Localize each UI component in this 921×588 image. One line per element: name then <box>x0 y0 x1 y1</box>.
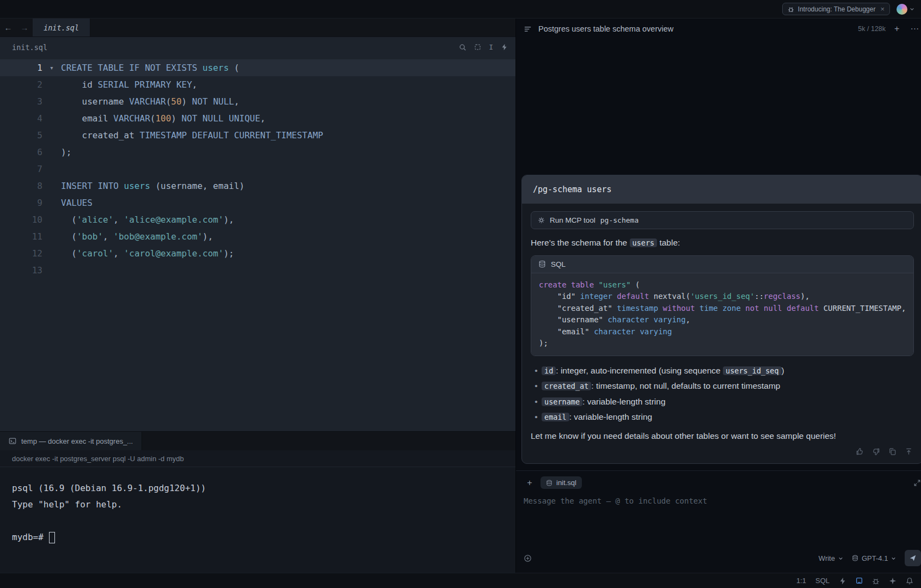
language-indicator[interactable]: SQL <box>815 577 830 585</box>
bullet-item: •created_at: timestamp, not null, defaul… <box>531 378 914 394</box>
file-icon <box>546 480 552 486</box>
nav-forward-button[interactable]: → <box>16 19 33 36</box>
terminal-cursor <box>49 532 55 543</box>
tool-call-name: pg-schema <box>600 216 638 224</box>
assistant-intro: Here’s the schema for the users table: <box>531 236 914 249</box>
bullet-item: •id: integer, auto-incremented (using se… <box>531 363 914 379</box>
tab-label: init.sql <box>44 23 79 32</box>
code-line[interactable]: 5 created_at TIMESTAMP DEFAULT CURRENT_T… <box>0 127 515 144</box>
model-icon <box>852 555 858 561</box>
agent-panel: Postgres users table schema overview 5k … <box>516 19 921 573</box>
code-line[interactable]: 9VALUES <box>0 194 515 211</box>
code-line[interactable]: 11 ('bob', 'bob@example.com'), <box>0 228 515 245</box>
terminal-output[interactable]: psql (16.9 (Debian 16.9-1.pgdg120+1))Typ… <box>0 467 515 573</box>
send-icon <box>909 554 917 562</box>
context-chip-label: init.sql <box>556 479 576 487</box>
cursor-position[interactable]: 1:1 <box>796 577 806 585</box>
code-line[interactable]: 2 id SERIAL PRIMARY KEY, <box>0 76 515 93</box>
inline-assist-icon[interactable] <box>501 44 508 51</box>
editor: init.sql I 1▾CR <box>0 37 515 431</box>
thread-title[interactable]: Postgres users table schema overview <box>538 24 851 33</box>
mode-selector[interactable]: Write <box>819 554 843 562</box>
nav-back-button[interactable]: ← <box>0 19 16 36</box>
editor-pane: ← → init.sql init.sql I <box>0 19 516 573</box>
code-line[interactable]: 7 <box>0 161 515 177</box>
code-line[interactable]: 4 email VARCHAR(100) NOT NULL UNIQUE, <box>0 110 515 127</box>
expand-composer-icon[interactable] <box>913 479 921 487</box>
terminal-prompt-line: mydb=# <box>12 529 504 546</box>
sql-code-lines[interactable]: create table "users" ( "id" integer defa… <box>531 273 913 356</box>
terminal-line: Type "help" for help. <box>12 497 504 513</box>
add-context-button[interactable]: + <box>524 477 536 489</box>
notification-bell-icon[interactable] <box>906 577 913 585</box>
agent-settings-icon[interactable] <box>524 554 532 562</box>
more-options-button[interactable]: ··· <box>908 23 921 34</box>
message-card: /pg-schema users Run MCP tool pg-schema … <box>521 175 921 464</box>
context-chip[interactable]: init.sql <box>541 476 582 489</box>
terminal-output-lines: psql (16.9 (Debian 16.9-1.pgdg120+1))Typ… <box>12 480 504 513</box>
thread-menu-icon[interactable] <box>524 25 532 33</box>
user-message[interactable]: /pg-schema users <box>522 175 921 204</box>
code-line[interactable]: 12 ('carol', 'carol@example.com'); <box>0 245 515 262</box>
status-bar: 1:1 SQL <box>0 573 921 588</box>
copy-icon[interactable] <box>888 448 897 456</box>
code-line[interactable]: 1▾CREATE TABLE IF NOT EXISTS users ( <box>0 59 515 76</box>
sql-code-block-header[interactable]: SQL <box>531 256 913 273</box>
schema-bullet-list: •id: integer, auto-incremented (using se… <box>531 363 914 425</box>
tool-call[interactable]: Run MCP tool pg-schema <box>531 211 914 229</box>
terminal-command-bar: docker exec -it postgres_server psql -U … <box>0 450 515 467</box>
avatar <box>897 4 907 15</box>
bug-icon <box>788 6 794 13</box>
workspace: ← → init.sql init.sql I <box>0 19 921 573</box>
user-menu[interactable] <box>897 4 914 15</box>
token-count: 5k / 128k <box>858 25 886 33</box>
message-input[interactable]: Message the agent — @ to include context <box>524 497 921 550</box>
assistant-icon[interactable] <box>889 577 897 585</box>
code-lines: 1▾CREATE TABLE IF NOT EXISTS users (2 id… <box>0 59 515 279</box>
selection-icon[interactable] <box>474 44 481 51</box>
terminal-tab-label: temp — docker exec -it postgres_... <box>21 437 133 445</box>
terminal-tab-bar: temp — docker exec -it postgres_... <box>0 432 515 450</box>
thread-view[interactable]: /pg-schema users Run MCP tool pg-schema … <box>516 39 921 470</box>
message-feedback <box>531 444 914 458</box>
sql-line: "id" integer default nextval('users_id_s… <box>539 291 906 303</box>
debugger-notification[interactable]: Introducing: The Debugger × <box>782 3 890 15</box>
zed-window: Introducing: The Debugger × ← → init.sql… <box>0 0 921 588</box>
terminal-icon <box>9 437 16 445</box>
scroll-top-icon[interactable] <box>905 448 913 456</box>
code-line[interactable]: 8INSERT INTO users (username, email) <box>0 177 515 194</box>
assistant-outro: Let me know if you need details about ot… <box>531 430 914 442</box>
mode-label: Write <box>819 554 835 562</box>
terminal-tab[interactable]: temp — docker exec -it postgres_... <box>0 432 142 450</box>
close-icon[interactable]: × <box>880 5 885 13</box>
debugger-icon[interactable] <box>872 577 880 585</box>
code-editor[interactable]: 1▾CREATE TABLE IF NOT EXISTS users (2 id… <box>0 57 515 431</box>
edit-prediction-icon[interactable] <box>839 577 846 585</box>
code-line[interactable]: 6); <box>0 144 515 161</box>
code-line[interactable]: 3 username VARCHAR(50) NOT NULL, <box>0 93 515 110</box>
sql-code-block-label: SQL <box>551 260 566 268</box>
message-composer[interactable]: + init.sql Message the agent — @ to incl… <box>516 470 921 573</box>
agent-panel-header: Postgres users table schema overview 5k … <box>516 19 921 39</box>
breadcrumb[interactable]: init.sql <box>12 43 47 52</box>
tool-call-label: Run MCP tool <box>550 216 595 224</box>
user-command: /pg-schema users <box>533 185 612 194</box>
assistant-message: Run MCP tool pg-schema Here’s the schema… <box>522 204 921 464</box>
tab-init-sql[interactable]: init.sql <box>33 19 90 36</box>
new-thread-button[interactable]: + <box>892 23 901 34</box>
cursor-icon[interactable]: I <box>489 43 493 51</box>
terminal-prompt: mydb=# <box>12 529 44 546</box>
code-line[interactable]: 10 ('alice', 'alice@example.com'), <box>0 211 515 228</box>
terminal-toggle-icon[interactable] <box>856 577 863 584</box>
search-icon[interactable] <box>459 44 466 51</box>
code-line[interactable]: 13 <box>0 262 515 279</box>
model-selector[interactable]: GPT-4.1 <box>852 554 896 562</box>
model-label: GPT-4.1 <box>862 554 888 562</box>
send-button[interactable] <box>905 550 921 566</box>
chevron-down-icon <box>838 556 843 561</box>
bullet-item: •username: variable-length string <box>531 394 914 410</box>
thumbs-up-icon[interactable] <box>856 448 864 456</box>
thumbs-down-icon[interactable] <box>872 448 880 456</box>
chevron-down-icon <box>910 7 914 11</box>
sql-line: create table "users" ( <box>539 279 906 291</box>
